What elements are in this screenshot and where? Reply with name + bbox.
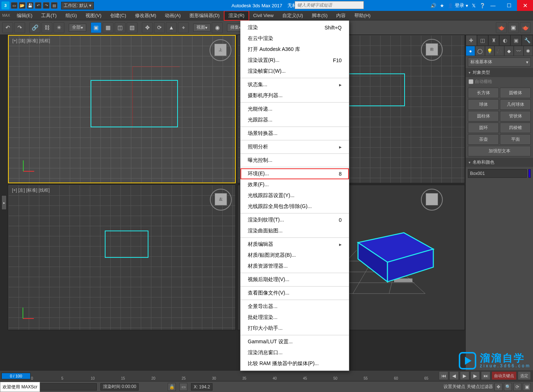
maxscript-listener[interactable]: 欢迎使用 MAXScr — [0, 382, 40, 392]
btn-tube[interactable]: 管状体 — [500, 111, 531, 121]
btn-pyramid[interactable]: 四棱锥 — [500, 123, 531, 133]
undo-tool-icon[interactable]: ↶ — [2, 22, 13, 33]
save-icon[interactable]: 💾 — [27, 2, 33, 9]
btn-textplus[interactable]: 加强型文本 — [468, 146, 531, 156]
app-logo-icon[interactable]: 3 — [1, 1, 9, 9]
btn-plane[interactable]: 平面 — [500, 134, 531, 145]
render-menu-item[interactable]: 渲染Shift+Q — [240, 22, 349, 33]
render-menu-item[interactable]: 效果(F)... — [240, 179, 349, 190]
viewcube-top[interactable]: 上 — [210, 39, 231, 61]
viewcube-front[interactable]: 前 — [421, 39, 443, 61]
nav-maximize-icon[interactable]: ▣ — [523, 383, 531, 391]
render-frame-icon[interactable]: ▣ — [508, 22, 519, 33]
tab-display-icon[interactable]: ▣ — [510, 35, 522, 46]
undo-icon[interactable]: ↶ — [35, 2, 41, 9]
menu-edit[interactable]: 编辑(E) — [12, 11, 37, 20]
star-icon[interactable]: ★ — [439, 2, 445, 9]
render-icon[interactable]: 🫖 — [520, 22, 531, 33]
btn-cylinder[interactable]: 圆柱体 — [468, 111, 499, 121]
btn-cone[interactable]: 圆锥体 — [500, 88, 531, 98]
btn-geosphere[interactable]: 几何球体 — [500, 99, 531, 110]
render-menu-item[interactable]: 状态集... — [240, 79, 349, 90]
wireframe-box-front[interactable] — [339, 73, 405, 106]
auto-key-button[interactable]: 自动关键点 — [492, 371, 517, 380]
rollout-object-type[interactable]: 对象类型 — [466, 68, 533, 77]
menu-group[interactable]: 组(G) — [61, 11, 81, 20]
menu-modifiers[interactable]: 修改器(M) — [131, 11, 161, 20]
color-swatch[interactable] — [528, 169, 531, 178]
render-setup-icon[interactable]: 🫖 — [496, 22, 507, 33]
speaker-icon[interactable]: 🔊 — [430, 2, 437, 9]
placement-icon[interactable]: ⌖ — [178, 22, 189, 33]
render-menu-item[interactable]: 光线跟踪器设置(Y)... — [240, 190, 349, 201]
minimize-button[interactable]: — — [485, 0, 501, 11]
open-icon[interactable]: 📂 — [19, 2, 25, 9]
absolute-mode-icon[interactable]: ▭ — [179, 383, 187, 391]
btn-sphere[interactable]: 球体 — [468, 99, 499, 110]
login-button[interactable]: 👤 登录 ▾ — [448, 2, 468, 9]
viewport-layout-handle[interactable]: ▸ — [1, 195, 7, 210]
set-key-button[interactable]: 设置关键点 — [443, 384, 465, 390]
btn-teapot[interactable]: 茶壶 — [468, 134, 499, 145]
redo-tool-icon[interactable]: ↷ — [14, 22, 25, 33]
nav-orbit-icon[interactable]: ⟳ — [513, 383, 521, 391]
menu-scripting[interactable]: 脚本(S) — [307, 11, 332, 20]
play-icon[interactable]: ▶ — [460, 371, 469, 380]
rollout-name-color[interactable]: 名称和颜色 — [466, 158, 533, 167]
spacewarps-icon[interactable]: 〰 — [514, 46, 523, 56]
unlink-icon[interactable]: ⛓ — [41, 22, 52, 33]
redo-icon[interactable]: ↷ — [43, 2, 49, 9]
select-icon[interactable]: ▣ — [91, 22, 102, 33]
pivot-icon[interactable]: ◉ — [212, 22, 223, 33]
render-menu-item[interactable]: 渲染到纹理(T)...0 — [240, 215, 349, 225]
rect-select-icon[interactable]: ◫ — [115, 22, 126, 33]
menu-graph-editors[interactable]: 图形编辑器(D) — [185, 11, 224, 20]
rotate-icon[interactable]: ⟳ — [154, 22, 165, 33]
menu-animation[interactable]: 动画(A) — [160, 11, 185, 20]
link-icon[interactable]: 🔗 — [29, 22, 40, 33]
render-menu-item[interactable]: Gamma/LUT 设置... — [240, 336, 349, 347]
render-menu-item[interactable]: 视频后期处理(V)... — [240, 274, 349, 285]
render-menu-item[interactable]: 光跟踪器... — [240, 115, 349, 125]
window-crossing-icon[interactable]: ▧ — [127, 22, 138, 33]
render-menu-item[interactable]: 材质/贴图浏览器(B)... — [240, 250, 349, 261]
close-button[interactable]: ✕ — [517, 0, 533, 11]
lock-selection-icon[interactable]: 🔒 — [168, 383, 176, 391]
render-menu-item[interactable]: 环境(E)...8 — [240, 168, 349, 179]
autogrid-checkbox[interactable]: 自动栅格 — [466, 77, 533, 86]
viewport-left-label[interactable]: [+] [左] [标准] [线框] — [12, 187, 50, 193]
project-icon[interactable]: ▤ — [51, 2, 57, 9]
helpers-icon[interactable]: ◆ — [504, 46, 514, 56]
wireframe-box-left[interactable] — [105, 231, 148, 258]
time-slider-thumb[interactable]: 0 / 100 — [1, 373, 31, 379]
render-menu-item[interactable]: 光能传递... — [240, 104, 349, 115]
render-menu-item[interactable]: 曝光控制... — [240, 155, 349, 166]
menu-tools[interactable]: 工具(T) — [37, 11, 61, 20]
menu-content[interactable]: 内容 — [332, 11, 350, 20]
viewcube-persp[interactable] — [421, 189, 443, 211]
render-menu-item[interactable]: 打印大小助手... — [240, 323, 349, 334]
search-box[interactable] — [295, 1, 364, 9]
render-menu-item[interactable]: 批处理渲染... — [240, 312, 349, 323]
lights-icon[interactable]: 💡 — [485, 46, 494, 56]
tab-modify-icon[interactable]: ◫ — [477, 35, 488, 46]
move-icon[interactable]: ✥ — [142, 22, 153, 33]
exchange-icon[interactable]: 𝕏 — [470, 2, 477, 9]
render-menu-item[interactable]: 渲染设置(R)...F10 — [240, 55, 349, 66]
primitive-type-dropdown[interactable]: 标准基本体▾ — [468, 57, 531, 67]
tab-motion-icon[interactable]: ◐ — [499, 35, 510, 46]
render-menu-item[interactable]: 打开 Autodesk A360 库 — [240, 44, 349, 55]
new-icon[interactable]: ▭ — [11, 2, 17, 9]
render-menu-item[interactable]: 比较 RAM 播放器中的媒体(P)... — [240, 358, 349, 369]
time-slider[interactable]: 0 / 100 05101520253035404550556065 — [0, 370, 465, 381]
object-name-input[interactable] — [468, 169, 527, 178]
tab-utilities-icon[interactable]: 🔧 — [522, 35, 533, 46]
menu-create[interactable]: 创建(C) — [106, 11, 131, 20]
viewcube-left[interactable]: 左 — [210, 189, 232, 211]
render-menu-item[interactable]: 渲染消息窗口... — [240, 347, 349, 358]
render-menu-item[interactable]: 材质资源管理器... — [240, 261, 349, 272]
render-menu-item[interactable]: 光线跟踪全局包含/排除(G)... — [240, 201, 349, 212]
tab-hierarchy-icon[interactable]: ♜ — [488, 35, 500, 46]
select-name-icon[interactable]: ▦ — [103, 22, 114, 33]
render-menu-item[interactable]: 材质编辑器 — [240, 239, 349, 250]
